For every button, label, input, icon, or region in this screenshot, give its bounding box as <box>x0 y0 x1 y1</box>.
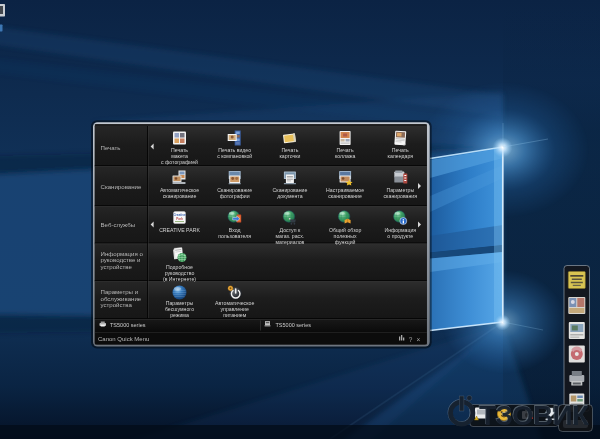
svg-text:с компановкой: с компановкой <box>217 153 252 159</box>
svg-text:документа: документа <box>277 193 302 199</box>
svg-text:Доступ к: Доступ к <box>280 227 301 233</box>
svg-text:Печать: Печать <box>281 147 298 153</box>
svg-text:устройстве: устройстве <box>101 263 133 270</box>
svg-text:Park: Park <box>176 217 183 221</box>
svg-text:Вход: Вход <box>229 227 241 233</box>
svg-text:TS5000 series: TS5000 series <box>110 322 146 328</box>
svg-text:Параметры: Параметры <box>166 300 194 306</box>
svg-text:сканирования: сканирования <box>384 193 418 199</box>
svg-text:Печать: Печать <box>171 147 188 153</box>
svg-text:TS5000 series: TS5000 series <box>276 322 312 328</box>
svg-text:питанием: питанием <box>223 312 247 318</box>
svg-text:Сканирование: Сканирование <box>273 187 308 193</box>
svg-text:CREATIVE PARK: CREATIVE PARK <box>159 227 200 233</box>
svg-text:Веб-службы: Веб-службы <box>101 221 136 228</box>
svg-text:Сканирование: Сканирование <box>101 183 142 190</box>
svg-text:фотографии: фотографии <box>220 193 250 199</box>
svg-text:Параметры: Параметры <box>386 187 414 193</box>
svg-text:Печать: Печать <box>392 147 409 153</box>
svg-text:Canon Quick Menu: Canon Quick Menu <box>98 336 149 342</box>
svg-text:Печать: Печать <box>337 147 354 153</box>
svg-text:карточки: карточки <box>279 153 300 159</box>
svg-text:ТЗОВИК: ТЗОВИК <box>479 400 590 431</box>
svg-text:с фотографией: с фотографией <box>161 159 198 165</box>
svg-text:пользователя: пользователя <box>218 233 251 239</box>
svg-text:?: ? <box>409 336 413 343</box>
svg-text:функций: функций <box>335 239 356 245</box>
svg-text:режима: режима <box>170 312 189 318</box>
svg-text:материалов: материалов <box>275 239 304 245</box>
svg-text:управление: управление <box>221 306 249 312</box>
svg-text:Сканирование: Сканирование <box>217 187 252 193</box>
svg-text:Автоматическое: Автоматическое <box>215 300 254 306</box>
svg-text:полезных: полезных <box>334 233 357 239</box>
svg-text:сканирование: сканирование <box>328 193 362 199</box>
svg-text:Информация: Информация <box>384 227 416 233</box>
svg-text:Автоматическое: Автоматическое <box>160 187 199 193</box>
svg-text:(в Интернете): (в Интернете) <box>163 276 196 282</box>
svg-text:сканирование: сканирование <box>163 193 197 199</box>
svg-text:Настраиваемое: Настраиваемое <box>326 187 364 193</box>
svg-text:×: × <box>417 336 421 343</box>
svg-text:макета: макета <box>171 153 188 159</box>
svg-text:магаз. расх.: магаз. расх. <box>276 233 305 239</box>
svg-text:устройства: устройства <box>101 301 133 308</box>
svg-text:Печать видео: Печать видео <box>218 147 251 153</box>
svg-text:бесшумного: бесшумного <box>165 306 194 312</box>
svg-text:Подробное: Подробное <box>166 264 193 270</box>
svg-text:Печать: Печать <box>101 144 121 151</box>
svg-text:руководство: руководство <box>165 270 195 276</box>
svg-text:календаря: календаря <box>388 153 414 159</box>
svg-text:о продукте: о продукте <box>387 233 413 239</box>
svg-text:Общий обзор: Общий обзор <box>329 227 361 233</box>
svg-text:коллажа: коллажа <box>335 153 356 159</box>
svg-text:Creative: Creative <box>173 213 185 217</box>
